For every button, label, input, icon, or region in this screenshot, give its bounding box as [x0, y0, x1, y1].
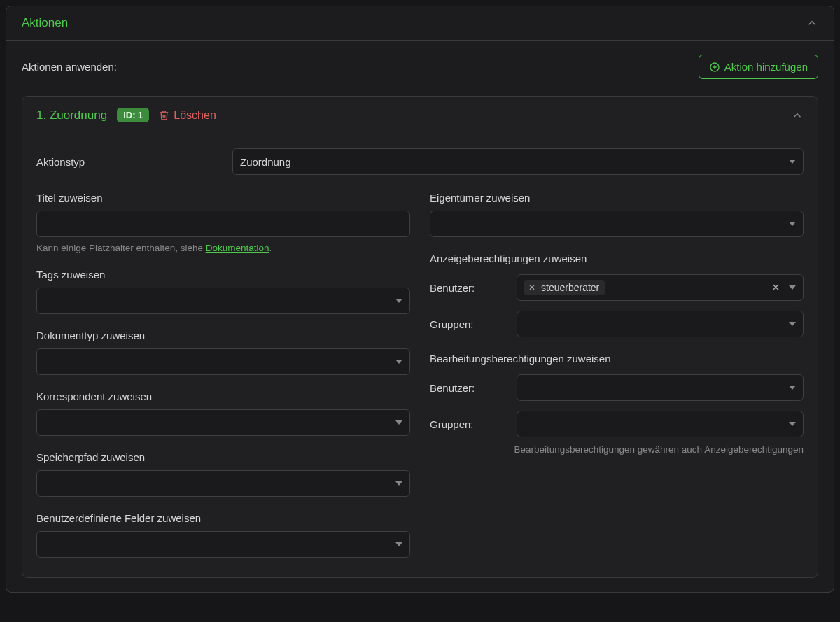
action-card-title: 1. Zuordnung	[36, 108, 107, 122]
assign-correspondent-label: Korrespondent zuweisen	[36, 390, 410, 402]
assign-storagepath-group: Speicherpfad zuweisen	[36, 451, 410, 497]
assign-title-label: Titel zuweisen	[36, 192, 410, 204]
chevron-down-icon	[396, 542, 402, 546]
trash-icon	[159, 110, 169, 120]
assign-storagepath-label: Speicherpfad zuweisen	[36, 451, 410, 463]
actions-section-body: Aktionen anwenden: Aktion hinzufügen 1. …	[6, 41, 834, 592]
aktionstyp-row: Aktionstyp Zuordnung	[36, 148, 804, 175]
chevron-down-icon	[789, 386, 796, 390]
assign-owner-group: Eigentümer zuweisen	[430, 192, 804, 237]
actions-section-title: Aktionen	[22, 16, 68, 30]
apply-actions-label: Aktionen anwenden:	[22, 61, 117, 73]
chevron-down-icon	[789, 422, 796, 426]
edit-users-row: Benutzer:	[430, 374, 804, 401]
chevron-down-icon	[789, 160, 796, 164]
view-users-label: Benutzer:	[430, 282, 507, 294]
assign-storagepath-select[interactable]	[36, 470, 410, 497]
actions-panel: Aktionen Aktionen anwenden: Aktion hinzu…	[6, 6, 834, 593]
documentation-link[interactable]: Dokumentation	[206, 243, 270, 253]
assign-doctype-group: Dokumenttyp zuweisen	[36, 330, 410, 375]
view-groups-row: Gruppen:	[430, 311, 804, 337]
remove-tag-icon[interactable]: ✕	[528, 283, 536, 292]
assign-owner-select[interactable]	[430, 211, 804, 237]
view-groups-label: Gruppen:	[430, 318, 507, 330]
delete-action-label: Löschen	[174, 109, 216, 122]
action-card-header[interactable]: 1. Zuordnung ID: 1 Löschen	[22, 97, 818, 134]
chevron-down-icon	[789, 322, 796, 326]
edit-perms-note: Bearbeitungsberechtigungen gewähren auch…	[430, 444, 804, 455]
edit-groups-label: Gruppen:	[430, 418, 507, 430]
assign-owner-label: Eigentümer zuweisen	[430, 192, 804, 204]
assign-title-input[interactable]	[36, 211, 410, 237]
assign-title-group: Titel zuweisen Kann einige Platzhalter e…	[36, 192, 410, 253]
chevron-down-icon	[396, 420, 402, 425]
delete-action-button[interactable]: Löschen	[159, 109, 216, 122]
edit-groups-select[interactable]	[517, 411, 804, 437]
aktionstyp-select[interactable]: Zuordnung	[232, 148, 804, 175]
assign-title-help: Kann einige Platzhalter enthalten, siehe…	[36, 243, 410, 253]
assign-view-perms-group: Anzeigeberechtigungen zuweisen Benutzer:…	[430, 253, 804, 337]
assign-tags-select[interactable]	[36, 288, 410, 314]
assign-tags-label: Tags zuweisen	[36, 269, 410, 281]
assign-customfields-select[interactable]	[36, 531, 410, 558]
plus-circle-icon	[709, 62, 720, 73]
actions-section-header[interactable]: Aktionen	[6, 6, 834, 41]
add-action-label: Aktion hinzufügen	[724, 61, 808, 73]
action-card-body: Aktionstyp Zuordnung Titel zuweisen	[22, 134, 818, 577]
user-tag-chip: ✕ steuerberater	[524, 280, 605, 295]
assign-edit-perms-label: Bearbeitungsberechtigungen zuweisen	[430, 353, 804, 365]
clear-icon[interactable]: ✕	[767, 281, 785, 294]
chevron-down-icon	[789, 222, 796, 226]
aktionstyp-label: Aktionstyp	[36, 156, 218, 168]
user-tag-label: steuerberater	[541, 282, 599, 293]
chevron-down-icon	[396, 299, 402, 303]
actions-top-row: Aktionen anwenden: Aktion hinzufügen	[22, 55, 818, 79]
chevron-down-icon	[396, 481, 402, 486]
assign-doctype-select[interactable]	[36, 348, 410, 375]
chevron-up-icon[interactable]	[806, 17, 818, 29]
edit-users-label: Benutzer:	[430, 382, 507, 394]
assign-customfields-group: Benutzerdefinierte Felder zuweisen	[36, 512, 410, 558]
assign-tags-group: Tags zuweisen	[36, 269, 410, 314]
add-action-button[interactable]: Aktion hinzufügen	[699, 55, 818, 79]
assign-correspondent-group: Korrespondent zuweisen	[36, 390, 410, 436]
edit-groups-row: Gruppen:	[430, 411, 804, 437]
view-groups-select[interactable]	[517, 311, 804, 337]
assign-customfields-label: Benutzerdefinierte Felder zuweisen	[36, 512, 410, 524]
action-left-column: Titel zuweisen Kann einige Platzhalter e…	[36, 192, 410, 558]
action-id-badge: ID: 1	[117, 108, 149, 122]
edit-users-select[interactable]	[517, 374, 804, 401]
aktionstyp-value: Zuordnung	[240, 156, 291, 168]
chevron-down-icon	[396, 360, 402, 364]
view-users-row: Benutzer: ✕ steuerberater ✕	[430, 274, 804, 301]
chevron-down-icon	[789, 285, 796, 290]
assign-view-perms-label: Anzeigeberechtigungen zuweisen	[430, 253, 804, 264]
assign-doctype-label: Dokumenttyp zuweisen	[36, 330, 410, 341]
action-right-column: Eigentümer zuweisen Anzeigeberechtigunge…	[430, 192, 804, 558]
action-card: 1. Zuordnung ID: 1 Löschen Aktionstyp	[22, 96, 818, 578]
action-columns: Titel zuweisen Kann einige Platzhalter e…	[36, 192, 804, 558]
assign-correspondent-select[interactable]	[36, 409, 410, 436]
view-users-select[interactable]: ✕ steuerberater ✕	[517, 274, 804, 301]
chevron-up-icon[interactable]	[791, 109, 804, 122]
assign-edit-perms-group: Bearbeitungsberechtigungen zuweisen Benu…	[430, 353, 804, 455]
